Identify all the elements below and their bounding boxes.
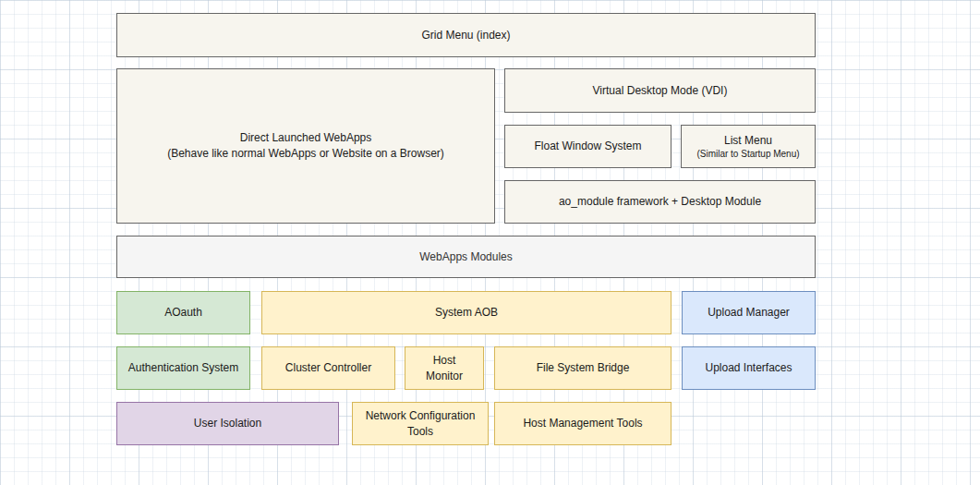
box-direct-launched-webapps-line2: (Behave like normal WebApps or Website o… [167,146,444,162]
box-network-configuration-tools: Network Configuration Tools [352,402,489,445]
box-authentication-system: Authentication System [116,346,250,390]
box-virtual-desktop-mode-label: Virtual Desktop Mode (VDI) [593,83,728,99]
box-webapps-modules-label: WebApps Modules [419,249,513,265]
diagram-canvas: Grid Menu (index) Direct Launched WebApp… [0,0,980,485]
box-network-configuration-tools-label: Network Configuration Tools [360,408,480,440]
box-system-aob: System AOB [261,291,671,334]
box-host-monitor: Host Monitor [405,346,484,390]
box-host-management-tools: Host Management Tools [494,402,671,445]
box-upload-interfaces-label: Upload Interfaces [705,360,792,376]
box-float-window-system-label: Float Window System [534,139,641,154]
box-host-management-tools-label: Host Management Tools [523,416,642,431]
box-upload-manager-label: Upload Manager [708,305,790,321]
box-system-aob-label: System AOB [435,305,498,321]
box-user-isolation-label: User Isolation [194,416,261,431]
box-list-menu-label: List Menu [724,133,772,149]
box-list-menu-sublabel: (Similar to Startup Menu) [696,148,799,160]
box-authentication-system-label: Authentication System [128,360,238,376]
box-user-isolation: User Isolation [116,402,339,445]
box-ao-module-framework: ao_module framework + Desktop Module [504,180,816,224]
box-aoauth-label: AOauth [164,305,202,321]
box-aoauth: AOauth [116,291,250,334]
box-grid-menu-label: Grid Menu (index) [421,28,510,43]
box-direct-launched-webapps-line1: Direct Launched WebApps [240,130,372,146]
box-ao-module-framework-label: ao_module framework + Desktop Module [559,194,761,210]
box-cluster-controller: Cluster Controller [261,346,395,390]
box-cluster-controller-label: Cluster Controller [285,360,371,376]
box-virtual-desktop-mode: Virtual Desktop Mode (VDI) [504,68,816,113]
box-host-monitor-label: Host Monitor [413,353,476,384]
box-float-window-system: Float Window System [504,125,671,168]
box-file-system-bridge: File System Bridge [494,346,671,390]
box-upload-interfaces: Upload Interfaces [682,346,816,390]
box-upload-manager: Upload Manager [682,291,816,334]
box-list-menu: List Menu (Similar to Startup Menu) [681,125,816,168]
box-file-system-bridge-label: File System Bridge [537,360,630,376]
box-grid-menu: Grid Menu (index) [116,13,816,57]
box-webapps-modules: WebApps Modules [116,236,816,278]
box-direct-launched-webapps: Direct Launched WebApps (Behave like nor… [116,68,495,224]
